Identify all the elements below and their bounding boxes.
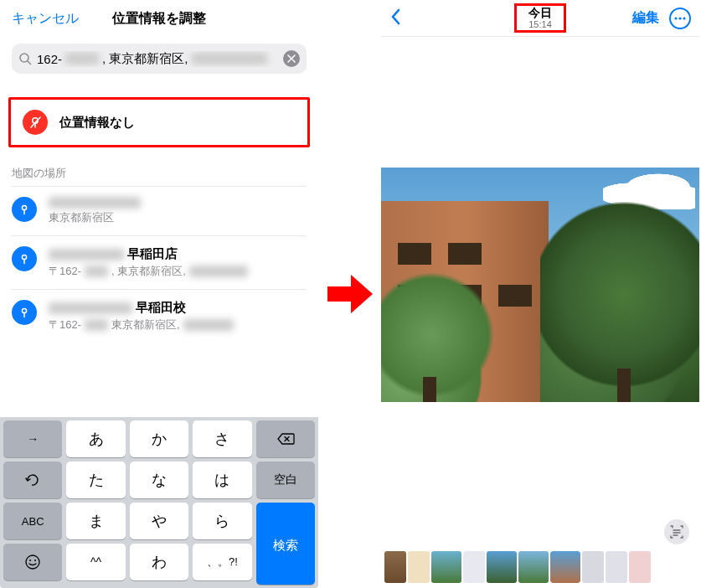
svg-point-20 <box>683 17 685 19</box>
thumbnail[interactable] <box>518 551 549 583</box>
key-space[interactable]: 空白 <box>256 462 315 498</box>
more-button[interactable] <box>669 8 691 29</box>
search-container: 162-, 東京都新宿区, <box>0 37 318 84</box>
key-ta[interactable]: た <box>66 462 125 498</box>
svg-point-16 <box>29 560 31 561</box>
svg-point-17 <box>34 560 36 561</box>
thumbnail[interactable] <box>384 551 406 583</box>
key-wa[interactable]: わ <box>130 544 188 580</box>
key-abc[interactable]: ABC <box>3 503 62 539</box>
cancel-button[interactable]: キャンセル <box>12 10 79 28</box>
thumbnail[interactable] <box>629 551 651 583</box>
pin-icon <box>12 300 37 325</box>
thumbnail[interactable] <box>431 551 461 583</box>
key-dakuten[interactable]: ^^ <box>66 544 125 580</box>
key-emoji[interactable] <box>3 544 62 580</box>
svg-line-1 <box>28 61 31 64</box>
key-next-candidate[interactable]: → <box>3 420 62 457</box>
svg-point-15 <box>26 555 39 569</box>
thumbnail[interactable] <box>487 551 517 583</box>
key-search-tall[interactable]: 検索 <box>256 507 315 585</box>
svg-point-19 <box>678 17 681 19</box>
key-ha[interactable]: は <box>193 462 251 498</box>
pin-icon <box>12 197 37 222</box>
key-ma[interactable]: ま <box>66 503 125 539</box>
thumbnail[interactable] <box>463 551 485 583</box>
svg-point-18 <box>674 17 677 19</box>
key-ya[interactable]: や <box>130 503 188 539</box>
place-sub: 〒162-東京都新宿区, <box>49 317 307 333</box>
photo-date: 今日 <box>528 7 552 19</box>
place-title: 早稲田店 <box>49 246 307 262</box>
date-time-highlight: 今日 15:14 <box>514 3 566 33</box>
place-sub: 〒162-, 東京都新宿区, <box>49 264 307 279</box>
back-button[interactable] <box>389 8 401 29</box>
photo-detail-screen: 今日 15:14 編集 <box>381 0 699 588</box>
pin-icon <box>12 246 37 271</box>
header: キャンセル 位置情報を調整 <box>0 0 318 37</box>
keyboard: → あ か さ た な は 空白 ABC ま や ら 検索 <box>0 417 318 588</box>
key-undo[interactable] <box>3 462 62 498</box>
key-ra[interactable]: ら <box>193 503 251 539</box>
key-punct[interactable]: 、。?! <box>193 544 251 580</box>
place-title <box>49 197 307 209</box>
no-location-option[interactable]: 位置情報なし <box>8 97 310 147</box>
key-ka[interactable]: か <box>130 420 188 457</box>
place-row[interactable]: 早稲田校 〒162-東京都新宿区, <box>0 290 318 343</box>
transition-arrow <box>325 0 377 588</box>
thumbnail-strip[interactable] <box>384 551 696 583</box>
search-text: 162-, 東京都新宿区, <box>37 51 278 67</box>
place-sub: 東京都新宿区 <box>49 210 307 225</box>
thumbnail[interactable] <box>582 551 604 583</box>
key-sa[interactable]: さ <box>193 420 251 457</box>
photo-time: 15:14 <box>528 19 552 29</box>
key-backspace[interactable] <box>256 420 315 457</box>
location-adjust-screen: キャンセル 位置情報を調整 162-, 東京都新宿区, 位置情報なし 地図の場所 <box>0 0 318 588</box>
thumbnail[interactable] <box>606 551 627 583</box>
place-title: 早稲田校 <box>49 300 307 316</box>
place-row[interactable]: 早稲田店 〒162-, 東京都新宿区, <box>0 236 318 289</box>
search-input[interactable]: 162-, 東京都新宿区, <box>12 44 307 74</box>
header: 今日 15:14 編集 <box>381 0 699 37</box>
key-na[interactable]: な <box>130 462 188 498</box>
thumbnail[interactable] <box>408 551 430 583</box>
thumbnail-current[interactable] <box>550 551 580 583</box>
place-row[interactable]: 東京都新宿区 <box>0 187 318 235</box>
pin-off-icon <box>23 110 48 135</box>
photo[interactable] <box>381 168 699 402</box>
no-location-label: 位置情報なし <box>59 115 135 131</box>
clear-icon[interactable] <box>283 50 300 67</box>
section-header-map-places: 地図の場所 <box>0 147 318 186</box>
search-icon <box>18 52 32 65</box>
key-a[interactable]: あ <box>66 420 125 457</box>
live-text-button[interactable] <box>664 519 689 544</box>
edit-button[interactable]: 編集 <box>632 9 659 27</box>
